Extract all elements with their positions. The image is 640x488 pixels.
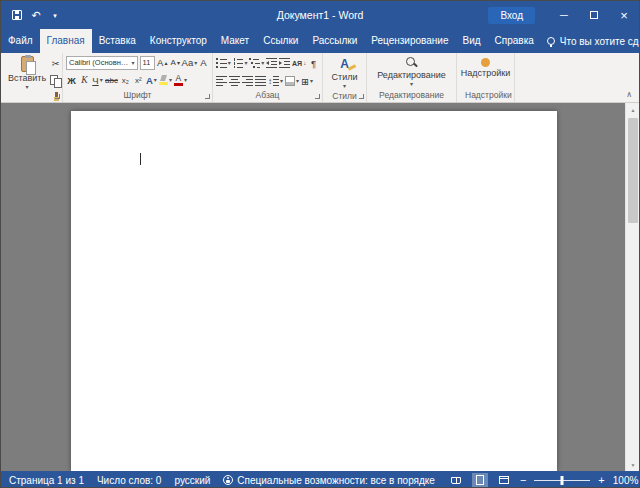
read-mode-button[interactable]: [448, 473, 464, 487]
dropdown-icon: ▾: [169, 77, 172, 83]
save-icon: [12, 10, 22, 20]
vertical-scrollbar[interactable]: ▲ ▼: [625, 103, 639, 471]
print-layout-button[interactable]: [472, 473, 488, 487]
sign-in-button[interactable]: Вход: [488, 7, 535, 24]
accessibility-text: Специальные возможности: все в порядке: [237, 475, 435, 486]
text-cursor: [140, 153, 141, 165]
grow-font-letter: А: [157, 57, 163, 68]
bullets-button[interactable]: ▾: [216, 56, 231, 71]
tab-view[interactable]: Вид: [456, 29, 488, 53]
dropdown-icon: ▾: [26, 84, 29, 90]
font-color-button[interactable]: А ▾: [174, 73, 187, 88]
tab-home[interactable]: Главная: [40, 29, 92, 53]
align-center-button[interactable]: [229, 74, 240, 89]
tab-insert[interactable]: Вставка: [92, 29, 143, 53]
editing-group: Редактирование ▾ Редактирование: [367, 53, 457, 102]
tab-mailings[interactable]: Рассылки: [305, 29, 364, 53]
highlight-color-button[interactable]: ▾: [159, 73, 172, 88]
decrease-indent-icon: [266, 58, 277, 68]
qat-customize-button[interactable]: ▾: [49, 7, 61, 23]
scrollbar-thumb[interactable]: [628, 118, 638, 223]
addins-button[interactable]: Надстройки: [457, 55, 514, 89]
cut-button[interactable]: ✂: [50, 56, 61, 71]
tell-me-box[interactable]: Что вы хотите сделать?: [547, 29, 640, 53]
tab-references[interactable]: Ссылки: [256, 29, 305, 53]
align-right-button[interactable]: [242, 74, 253, 89]
minimize-button[interactable]: ─: [549, 1, 579, 29]
dropdown-icon: ▾: [261, 60, 264, 66]
numbering-button[interactable]: ▾: [233, 56, 248, 71]
zoom-level[interactable]: 100%: [613, 475, 639, 486]
zoom-slider-thumb[interactable]: [561, 476, 564, 485]
close-button[interactable]: ×: [609, 1, 639, 29]
font-dialog-launcher[interactable]: [205, 94, 210, 99]
superscript-button[interactable]: x²: [133, 73, 144, 88]
align-left-button[interactable]: [216, 74, 227, 89]
underline-button[interactable]: Ч▾: [92, 73, 103, 88]
shading-button[interactable]: ▾: [285, 74, 299, 89]
tab-file[interactable]: Файл: [1, 29, 40, 53]
dropdown-icon: ▾: [343, 83, 346, 89]
tab-design[interactable]: Конструктор: [143, 29, 214, 53]
document-page[interactable]: [71, 111, 557, 471]
text-effects-button[interactable]: А▾: [146, 73, 157, 88]
language-indicator[interactable]: русский: [174, 475, 210, 486]
scroll-up-button[interactable]: ▲: [626, 103, 639, 116]
bold-button[interactable]: Ж: [66, 73, 77, 88]
tab-review[interactable]: Рецензирование: [364, 29, 455, 53]
clear-formatting-button[interactable]: А: [198, 55, 209, 70]
borders-icon: ⊞: [301, 76, 309, 87]
paste-button[interactable]: Вставить ▾: [4, 55, 50, 105]
undo-button[interactable]: ↶: [30, 7, 42, 23]
statusbar-right: − + 100%: [448, 473, 638, 487]
styles-button-label: Стили: [332, 72, 358, 82]
zoom-slider[interactable]: [534, 480, 590, 481]
paragraph-group: ▾ ▾ ▾ АЯ↓ ¶ ↕▾ ▾: [213, 53, 323, 102]
sort-button[interactable]: АЯ↓: [292, 56, 306, 71]
decrease-indent-button[interactable]: [266, 56, 277, 71]
maximize-button[interactable]: [579, 1, 609, 29]
zoom-in-button[interactable]: +: [598, 475, 604, 486]
dropdown-icon: ▾: [280, 78, 283, 84]
zoom-out-button[interactable]: −: [520, 475, 526, 486]
show-formatting-marks-button[interactable]: ¶: [308, 56, 319, 71]
titlebar-controls: Вход ─ ×: [488, 1, 639, 29]
web-layout-button[interactable]: [496, 473, 512, 487]
tab-help[interactable]: Справка: [488, 29, 541, 53]
change-case-button[interactable]: Аа▾: [183, 55, 196, 70]
save-button[interactable]: [11, 7, 23, 23]
dropdown-icon: ▾: [194, 60, 197, 66]
font-group: Calibri (Основной текст) ▾ 11 А▴ А▾: [63, 53, 213, 102]
scroll-down-button[interactable]: ▼: [626, 458, 639, 471]
accessibility-icon: [223, 475, 233, 485]
quick-access-toolbar: ↶ ▾: [11, 7, 61, 23]
increase-indent-icon: [279, 58, 290, 68]
justify-button[interactable]: [255, 74, 266, 89]
shrink-font-button[interactable]: А▾: [170, 55, 181, 70]
collapse-ribbon-button[interactable]: ∧: [626, 91, 632, 99]
dropdown-icon: ▾: [154, 77, 157, 83]
copy-button[interactable]: [50, 73, 61, 88]
font-name-select[interactable]: Calibri (Основной текст) ▾: [66, 56, 138, 70]
styles-button[interactable]: А Стили ▾: [328, 55, 362, 90]
borders-button[interactable]: ⊞▾: [301, 74, 313, 89]
tab-layout[interactable]: Макет: [214, 29, 256, 53]
strikethrough-button[interactable]: abc: [105, 73, 118, 88]
font-size-select[interactable]: 11: [140, 56, 155, 70]
paragraph-dialog-launcher[interactable]: [315, 94, 320, 99]
styles-dialog-launcher[interactable]: [359, 94, 364, 99]
multilevel-list-button[interactable]: ▾: [249, 56, 264, 71]
page-indicator[interactable]: Страница 1 из 1: [9, 475, 84, 486]
grow-font-button[interactable]: А▴: [157, 55, 168, 70]
editing-button[interactable]: Редактирование ▾: [373, 55, 450, 89]
align-left-icon: [216, 76, 227, 86]
up-arrow-icon: ▴: [164, 60, 167, 66]
subscript-button[interactable]: x₂: [120, 73, 131, 88]
accessibility-status[interactable]: Специальные возможности: все в порядке: [223, 475, 435, 486]
clipboard-dialog-launcher[interactable]: [55, 94, 60, 99]
line-spacing-button[interactable]: ↕▾: [268, 74, 283, 89]
italic-button[interactable]: К: [79, 73, 90, 88]
word-window: ↶ ▾ Документ1 - Word Вход ─ × Файл Главн…: [0, 0, 640, 488]
word-count[interactable]: Число слов: 0: [97, 475, 161, 486]
increase-indent-button[interactable]: [279, 56, 290, 71]
